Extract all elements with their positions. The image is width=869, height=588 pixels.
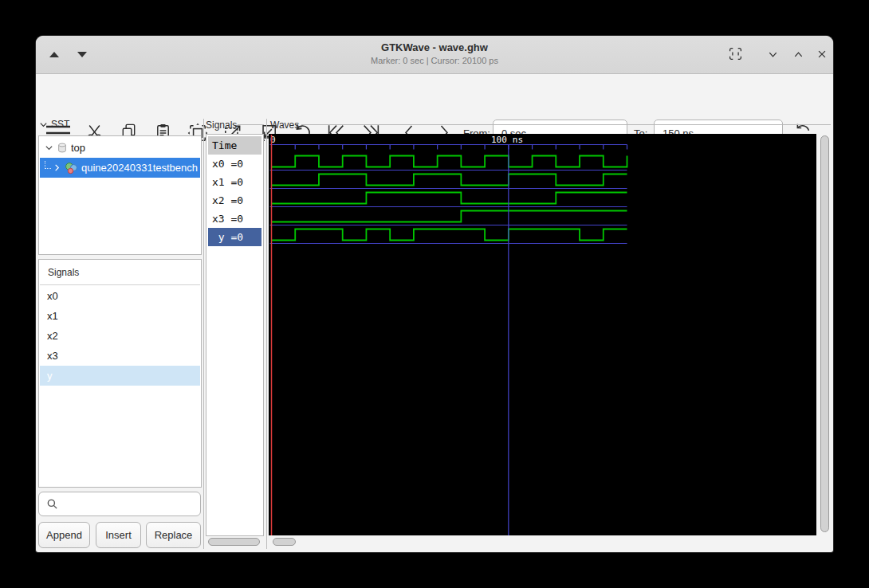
expander-chevron-icon	[39, 120, 48, 129]
value-row-y[interactable]: y =0	[208, 228, 261, 246]
scope-icon	[57, 142, 68, 154]
sst-tree: top quine20240331testbench	[38, 135, 202, 255]
mid-signals-frame-label: Signals	[206, 120, 237, 131]
timeline-label-major-value: 100	[491, 135, 507, 145]
tree-item-testbench[interactable]: quine20240331testbench	[40, 158, 200, 178]
sst-header: SST	[51, 119, 69, 130]
pane-splitter-right[interactable]	[266, 119, 267, 549]
signal-search-field[interactable]	[38, 492, 201, 516]
signals-list-header: Signals	[40, 261, 200, 285]
list-item-y[interactable]: y	[40, 366, 200, 386]
value-row-x2[interactable]: x2 =0	[208, 191, 261, 210]
fit-icon	[729, 47, 742, 61]
chevron-up-icon	[792, 49, 804, 61]
list-item-x3[interactable]: x3	[40, 346, 200, 366]
wave-hscrollbar-thumb[interactable]	[273, 538, 296, 546]
waves-frame-label: Waves	[270, 120, 299, 131]
titlebar[interactable]: GTKWave - wave.ghw Marker: 0 sec | Curso…	[36, 36, 833, 74]
wave-trace-y	[272, 229, 627, 241]
toolbar: From: To:	[36, 73, 833, 118]
search-icon	[46, 498, 58, 510]
waveform-plot: 0100ns	[269, 134, 816, 535]
wave-vscrollbar-thumb[interactable]	[820, 135, 829, 532]
value-row-x1[interactable]: x1 =0	[208, 173, 261, 191]
value-row-x3[interactable]: x3 =0	[208, 210, 261, 228]
insert-button[interactable]: Insert	[96, 522, 141, 548]
maximize-button[interactable]	[791, 47, 805, 61]
gtkwave-window: GTKWave - wave.ghw Marker: 0 sec | Curso…	[36, 36, 833, 552]
value-row-x0[interactable]: x0 =0	[208, 155, 261, 173]
tree-item-label: quine20240331testbench	[81, 162, 198, 174]
sst-expander[interactable]: SST	[39, 119, 69, 130]
wave-trace-x3	[272, 211, 627, 222]
wave-trace-x1	[272, 174, 627, 186]
time-header: Time	[208, 136, 261, 155]
testbench-icon	[65, 162, 78, 174]
waves-frame-rule	[301, 124, 831, 125]
signal-search-list: Signals x0 x1 x2 x3 y	[38, 259, 202, 488]
list-item-x0[interactable]: x0	[40, 286, 200, 306]
tree-expander-closed-icon[interactable]	[53, 163, 61, 172]
mid-hscrollbar-thumb[interactable]	[208, 538, 260, 546]
tree-item-top[interactable]: top	[40, 138, 200, 158]
tree-expander-open-icon[interactable]	[45, 143, 53, 152]
wave-trace-x0	[272, 156, 627, 167]
list-item-x1[interactable]: x1	[40, 306, 200, 326]
timeline-label-major-unit: ns	[513, 135, 523, 145]
wave-trace-x2	[272, 193, 627, 204]
titlebar-text: GTKWave - wave.ghw Marker: 0 sec | Curso…	[36, 41, 833, 67]
list-item-x2[interactable]: x2	[40, 326, 200, 346]
close-button[interactable]	[815, 47, 829, 61]
wave-canvas[interactable]: 0100ns	[269, 134, 816, 535]
append-button[interactable]: Append	[38, 522, 90, 548]
window-title: GTKWave - wave.ghw	[36, 41, 833, 55]
fit-window-button[interactable]	[728, 46, 742, 61]
replace-button[interactable]: Replace	[146, 522, 201, 548]
tree-item-label: top	[71, 142, 85, 154]
signal-values-panel: Time x0 =0 x1 =0 x2 =0 x3 =0 y =0	[206, 134, 264, 536]
minimize-button[interactable]	[765, 47, 780, 61]
close-icon	[816, 49, 828, 60]
pane-splitter-left[interactable]	[203, 119, 204, 549]
mid-frame-rule	[238, 124, 264, 125]
desktop: { "window": { "title": "GTKWave - wave.g…	[0, 0, 869, 588]
tree-connector	[45, 161, 51, 169]
marker-cursor-status: Marker: 0 sec | Cursor: 20100 ps	[36, 55, 833, 67]
chevron-down-icon	[767, 49, 779, 61]
